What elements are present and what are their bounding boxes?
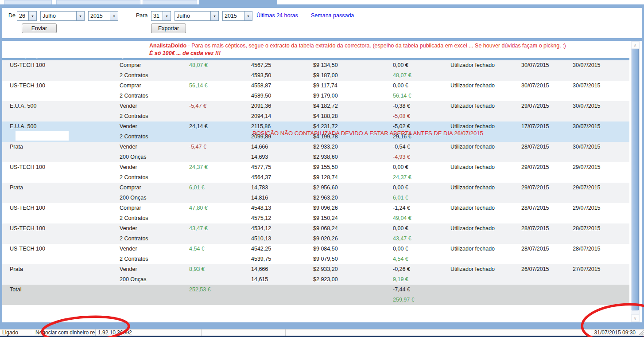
row-line-2: 2 Contratos 2094,14 $4 188,28 -5,08 € (2, 111, 629, 121)
row-line-1: US-TECH 100 Comprar 56,14 € 4558,87 $9 1… (2, 81, 629, 91)
chevron-down-icon[interactable]: ▼ (110, 12, 118, 20)
cell-type: Comprar (120, 60, 189, 71)
cell-close-value: $9 020,26 (313, 234, 393, 244)
cell-gp: -5,08 € (393, 111, 450, 121)
from-day-select[interactable]: 26 ▼ (17, 11, 37, 21)
chevron-up-icon: ∧ (634, 43, 637, 47)
cell-quantity: 200 Onças (120, 152, 189, 162)
row-line-1: US-TECH 100 Comprar 47,80 € 4548,13 $9 0… (2, 203, 629, 213)
cell-close-rate: 4589,50 (251, 91, 313, 101)
table-row[interactable]: US-TECH 100 Comprar 56,14 € 4558,87 $9 1… (2, 81, 629, 101)
table-row[interactable]: US-TECH 100 Vender 43,47 € 4534,12 $9 06… (2, 223, 629, 244)
table-row[interactable]: US-TECH 100 Comprar 47,80 € 4548,13 $9 0… (2, 203, 629, 223)
tab-1[interactable] (4, 0, 52, 4)
cell-close-reason: Utilizador fechado (450, 183, 521, 193)
table-row[interactable]: US-TECH 100 Comprar 48,07 € 4567,25 $9 1… (2, 60, 629, 81)
total-label: Total (10, 285, 120, 295)
resize-grip[interactable] (638, 329, 644, 336)
chevron-down-icon[interactable]: ▼ (163, 12, 171, 20)
row-line-2: 200 Onças 14,615 $2 923,00 9,19 € (2, 274, 629, 285)
last-24h-link[interactable]: Últimas 24 horas (256, 12, 298, 19)
cell-open-rate: 14,666 (251, 142, 313, 152)
from-month-select[interactable]: Julho ▼ (40, 11, 85, 21)
cell-gp-net: 43,47 € (189, 223, 251, 234)
cell-gp-net: 6,01 € (189, 183, 251, 193)
cell-instrument: US-TECH 100 (10, 81, 120, 91)
cell-quantity: 2 Contratos (120, 213, 189, 223)
scrollbar-thumb[interactable] (632, 49, 639, 310)
vertical-scrollbar[interactable]: ∧ ∨ (631, 41, 640, 322)
cell-type: Comprar (120, 183, 189, 193)
cell-adjust (189, 274, 251, 285)
cell-premium: -0,54 € (393, 142, 450, 152)
tab-2[interactable] (56, 0, 140, 4)
table-row[interactable]: US-TECH 100 Vender 24,37 € 4577,75 $9 15… (2, 162, 629, 183)
cell-gp-net: -5,47 € (189, 142, 251, 152)
cell-gp: 9,19 € (393, 274, 450, 285)
export-button[interactable]: Exportar (151, 24, 186, 33)
cell-open-rate: 14,783 (251, 183, 313, 193)
table-row[interactable]: E.U.A. 500 Vender -5,47 € 2091,36 $4 182… (2, 101, 629, 121)
cell-gp-net: 8,93 € (189, 264, 251, 274)
cell-position-id (10, 111, 120, 121)
table-row[interactable]: Prata Comprar 6,01 € 14,783 $2 956,60 0,… (2, 183, 629, 203)
cell-adjust (189, 213, 251, 223)
cell-premium: 0,00 € (393, 223, 450, 234)
cell-adjust (189, 71, 251, 81)
scroll-down-button[interactable]: ∨ (631, 314, 639, 322)
to-year-select[interactable]: 2015 ▼ (222, 11, 252, 21)
cell-close-date: 29/07/2015 (573, 183, 629, 193)
chevron-down-icon[interactable]: ▼ (76, 12, 84, 20)
cell-open-date: 29/07/2015 (521, 162, 573, 172)
table-row[interactable]: US-TECH 100 Vender 4,54 € 4542,25 $9 084… (2, 244, 629, 264)
cell-instrument: US-TECH 100 (10, 203, 120, 213)
cell-close-reason: Utilizador fechado (450, 223, 521, 234)
row-line-2: 200 Onças 14,816 $2 963,20 6,01 € (2, 193, 629, 203)
cell-open-date: 28/07/2015 (521, 223, 573, 234)
cell-open-value: $9 096,26 (313, 203, 393, 213)
cell-open-date: 30/07/2015 (521, 60, 573, 71)
cell-instrument: US-TECH 100 (10, 60, 120, 71)
table-row[interactable]: Prata Vender 8,93 € 14,666 $2 933,20 -0,… (2, 264, 629, 285)
cell-close-rate: 14,816 (251, 193, 313, 203)
table-body: US-TECH 100 Comprar 48,07 € 4567,25 $9 1… (2, 60, 629, 285)
chevron-down-icon[interactable]: ▼ (244, 12, 252, 20)
tab-3[interactable] (143, 0, 197, 4)
cell-close-reason: Utilizador fechado (450, 264, 521, 274)
table-row[interactable]: Prata Vender -5,47 € 14,666 $2 933,20 -0… (2, 142, 629, 162)
to-year-value: 2015 (223, 12, 244, 20)
cell-instrument: Prata (10, 264, 120, 274)
row-line-1: US-TECH 100 Vender 4,54 € 4542,25 $9 084… (2, 244, 629, 254)
total-gp: 259,97 € (393, 295, 450, 305)
chevron-down-icon[interactable]: ▼ (210, 12, 218, 20)
to-day-select[interactable]: 31 ▼ (151, 11, 171, 21)
table-row[interactable]: E.U.A. 500 Vender 24,14 € 2115,86 $4 231… (2, 121, 629, 142)
cell-close-rate: 4575,12 (251, 213, 313, 223)
to-month-select[interactable]: Julho ▼ (175, 11, 219, 21)
cell-close-value: $9 128,74 (313, 172, 393, 183)
cell-quantity: 2 Contratos (120, 71, 189, 81)
cell-open-date: 26/07/2015 (521, 264, 573, 274)
total-gp-net: 252,53 € (189, 285, 251, 295)
cell-quantity: 2 Contratos (120, 132, 189, 142)
cell-quantity: 2 Contratos (120, 254, 189, 264)
cell-position-id (10, 91, 120, 101)
cell-open-value: $9 068,24 (313, 223, 393, 234)
tab-bar (0, 0, 644, 4)
cell-position-id (10, 234, 120, 244)
cell-close-date: 30/07/2015 (573, 81, 629, 91)
cell-close-date: 28/07/2015 (573, 223, 629, 234)
tab-4-selected[interactable] (199, 0, 277, 4)
cell-instrument: Prata (10, 183, 120, 193)
cell-close-reason: Utilizador fechado (450, 203, 521, 213)
cell-instrument: E.U.A. 500 (10, 101, 120, 111)
cell-open-value: $2 933,20 (313, 142, 393, 152)
scroll-up-button[interactable]: ∧ (631, 41, 639, 49)
submit-button[interactable]: Enviar (22, 24, 57, 33)
cell-type: Vender (120, 101, 189, 111)
cell-open-rate: 4577,75 (251, 162, 313, 172)
to-day-value: 31 (151, 12, 163, 20)
from-year-select[interactable]: 2015 ▼ (88, 11, 118, 21)
chevron-down-icon[interactable]: ▼ (28, 12, 36, 20)
last-week-link[interactable]: Semana passada (311, 12, 354, 19)
